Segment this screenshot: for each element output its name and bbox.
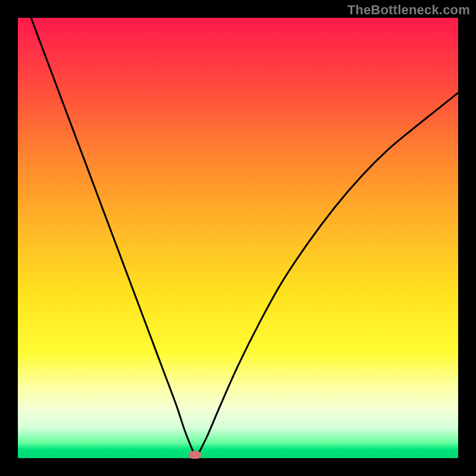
chart-container: TheBottleneck.com xyxy=(0,0,476,476)
bottleneck-curve-path xyxy=(18,18,458,458)
curve-svg xyxy=(18,18,458,458)
plot-area xyxy=(18,18,458,458)
watermark-label: TheBottleneck.com xyxy=(347,2,470,18)
optimum-marker xyxy=(189,451,201,459)
